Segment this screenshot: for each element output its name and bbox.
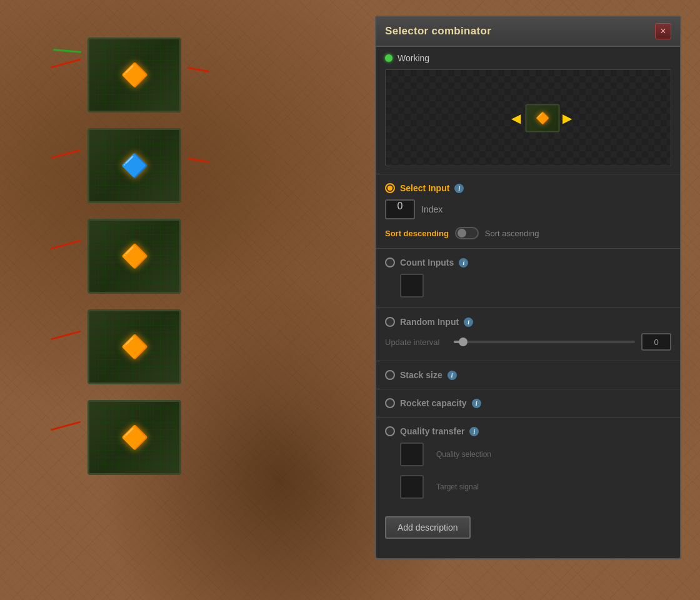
add-description-container: Add description xyxy=(385,511,671,539)
machine-icon-4: 🔶 xyxy=(121,334,149,360)
count-inputs-signal-slot[interactable] xyxy=(400,274,424,298)
count-inputs-signal-area xyxy=(385,271,671,302)
preview-arrow-left-icon: ◀ xyxy=(511,111,521,126)
target-signal-label: Target signal xyxy=(436,482,479,491)
panel-title: Selector combinator xyxy=(385,25,491,38)
machine-icon-5: 🔶 xyxy=(121,424,149,451)
toggle-knob xyxy=(458,229,466,238)
random-input-label: Random Input xyxy=(400,317,459,327)
quality-transfer-radio[interactable] xyxy=(385,426,395,436)
random-input-info-icon[interactable]: i xyxy=(464,318,473,327)
count-inputs-info-icon[interactable]: i xyxy=(459,258,468,268)
quality-selection-slot[interactable] xyxy=(400,442,424,466)
divider-3 xyxy=(376,308,680,308)
machine-body-2: 🔷 xyxy=(88,128,181,203)
index-row: 0 Index xyxy=(385,197,671,224)
selector-combinator-panel: Selector combinator × Working ◀ 🔶 ▶ Sele… xyxy=(375,16,681,559)
machine-unit-4: 🔶 xyxy=(78,309,191,400)
select-input-option-row: Select Input i xyxy=(385,179,671,197)
panel-header: Selector combinator × xyxy=(376,17,680,47)
index-label: Index xyxy=(421,204,442,214)
machine-body-5: 🔶 xyxy=(88,400,181,475)
divider-4 xyxy=(376,361,680,361)
rocket-capacity-info-icon[interactable]: i xyxy=(472,399,481,408)
divider-1 xyxy=(376,174,680,174)
stack-size-radio[interactable] xyxy=(385,370,395,380)
machine-body-4: 🔶 xyxy=(88,309,181,384)
sort-toggle-switch[interactable] xyxy=(455,227,479,239)
divider-2 xyxy=(376,248,680,249)
stack-size-option-row: Stack size i xyxy=(385,366,671,384)
update-interval-label: Update interval xyxy=(385,338,448,347)
update-interval-row: Update interval 0 xyxy=(385,331,671,356)
target-signal-slot[interactable] xyxy=(400,475,424,499)
rocket-capacity-label: Rocket capacity xyxy=(400,398,467,408)
quality-transfer-label: Quality transfer xyxy=(400,426,464,436)
count-inputs-radio[interactable] xyxy=(385,258,395,268)
status-dot xyxy=(385,54,392,62)
preview-arrow-right-icon: ▶ xyxy=(562,111,572,126)
divider-6 xyxy=(376,417,680,418)
select-input-radio[interactable] xyxy=(385,183,395,193)
stack-size-info-icon[interactable]: i xyxy=(448,371,457,380)
machine-unit-5: 🔶 xyxy=(78,400,191,491)
machine-body-1: 🔶 xyxy=(88,38,181,112)
sort-descending-label: Sort descending xyxy=(385,229,449,238)
status-row: Working xyxy=(385,53,671,63)
preview-area: ◀ 🔶 ▶ xyxy=(385,69,671,166)
quality-transfer-option-row: Quality transfer i xyxy=(385,422,671,440)
preview-machine: 🔶 xyxy=(525,104,559,132)
rocket-capacity-radio[interactable] xyxy=(385,398,395,408)
stack-size-label: Stack size xyxy=(400,370,442,380)
machine-unit-2: 🔷 xyxy=(78,128,191,219)
add-description-button[interactable]: Add description xyxy=(385,516,471,539)
target-signal-row: Target signal xyxy=(385,472,671,501)
preview-machine-icon: 🔶 xyxy=(536,111,549,125)
sort-toggle-row: Sort descending Sort ascending xyxy=(385,224,671,243)
quality-selection-row: Quality selection xyxy=(385,440,671,469)
quality-transfer-info-icon[interactable]: i xyxy=(469,427,479,436)
count-inputs-option-row: Count Inputs i xyxy=(385,254,671,271)
machine-unit-1: 🔶 xyxy=(78,38,191,128)
select-input-label: Select Input xyxy=(400,183,449,193)
random-input-option-row: Random Input i xyxy=(385,313,671,331)
sort-ascending-label: Sort ascending xyxy=(485,229,539,238)
status-text: Working xyxy=(398,53,429,63)
close-button[interactable]: × xyxy=(655,23,671,39)
quality-selection-label: Quality selection xyxy=(436,450,491,459)
panel-content: Working ◀ 🔶 ▶ Select Input i 0 Index xyxy=(376,47,680,558)
machine-unit-3: 🔶 xyxy=(78,219,191,309)
machine-icon-2: 🔷 xyxy=(121,152,149,179)
machine-icon-1: 🔶 xyxy=(121,62,149,88)
random-input-radio[interactable] xyxy=(385,317,395,327)
update-interval-value: 0 xyxy=(641,333,671,351)
slider-thumb xyxy=(459,338,468,346)
rocket-capacity-option-row: Rocket capacity i xyxy=(385,394,671,412)
machine-icon-3: 🔶 xyxy=(121,243,149,269)
machine-body-3: 🔶 xyxy=(88,219,181,294)
index-input[interactable]: 0 xyxy=(385,199,415,219)
machine-column: 🔶 🔷 🔶 🔶 🔶 xyxy=(72,38,197,491)
count-inputs-label: Count Inputs xyxy=(400,258,454,268)
update-interval-slider[interactable] xyxy=(454,341,635,343)
select-input-info-icon[interactable]: i xyxy=(454,184,464,193)
divider-5 xyxy=(376,389,680,389)
